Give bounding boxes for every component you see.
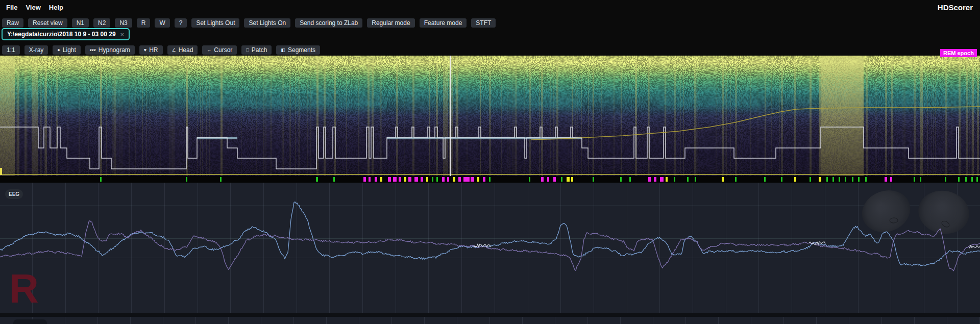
spectrogram-hypnogram-plot[interactable]: [0, 56, 980, 176]
regular-mode-button[interactable]: Regular mode: [367, 18, 414, 28]
close-icon[interactable]: ×: [120, 31, 125, 38]
view-toolbar: 1:1 X-ray ●Light zzzHypnogram ♥HR ∠Head …: [2, 45, 320, 55]
menu-file[interactable]: File: [6, 4, 17, 11]
eeg-trace-plot[interactable]: [0, 183, 980, 313]
main-toolbar: Raw Reset view N1 N2 N3 R W ? Set Lights…: [2, 18, 496, 28]
next-channel-panel: [0, 317, 980, 324]
zzz-icon: zzz: [90, 45, 96, 55]
score-rem-button[interactable]: R: [137, 18, 151, 28]
panel-divider: [0, 313, 980, 317]
square-icon: □: [246, 45, 249, 55]
stft-button[interactable]: STFT: [471, 18, 496, 28]
send-scoring-button[interactable]: Send scoring to ZLab: [295, 18, 362, 28]
hypnogram-button[interactable]: zzzHypnogram: [85, 45, 135, 55]
event-segment-bar[interactable]: [0, 176, 980, 183]
segments-button[interactable]: ◧Segments: [276, 45, 320, 55]
half-square-icon: ◧: [281, 45, 285, 55]
eeg-channel-label: EEG: [5, 189, 23, 199]
heart-icon: ♥: [144, 45, 146, 55]
menu-help[interactable]: Help: [49, 4, 63, 11]
reset-view-button[interactable]: Reset view: [28, 18, 67, 28]
set-lights-on-button[interactable]: Set Lights On: [244, 18, 290, 28]
xray-button[interactable]: X-ray: [24, 45, 48, 55]
score-n2-button[interactable]: N2: [93, 18, 110, 28]
app-title: HDScorer: [938, 3, 973, 12]
raw-button[interactable]: Raw: [2, 18, 23, 28]
set-lights-out-button[interactable]: Set Lights Out: [191, 18, 239, 28]
feature-mode-button[interactable]: Feature mode: [420, 18, 467, 28]
recording-path: Y:\eegdata\curzio\2018 10 9 - 03 00 29: [7, 31, 116, 38]
score-n3-button[interactable]: N3: [115, 18, 132, 28]
hdscorer-window: File View Help HDScorer Raw Reset view N…: [0, 0, 980, 324]
cursor-button[interactable]: ↔Cursor: [202, 45, 237, 55]
one-to-one-button[interactable]: 1:1: [2, 45, 20, 55]
menu-bar: File View Help: [0, 0, 980, 14]
menu-view[interactable]: View: [26, 4, 40, 11]
head-button[interactable]: ∠Head: [167, 45, 198, 55]
score-n1-button[interactable]: N1: [72, 18, 89, 28]
score-unknown-button[interactable]: ?: [175, 18, 187, 28]
next-channel-label: [13, 319, 47, 324]
hr-button[interactable]: ♥HR: [139, 45, 163, 55]
recording-tab[interactable]: Y:\eegdata\curzio\2018 10 9 - 03 00 29 ×: [2, 28, 130, 40]
patch-button[interactable]: □Patch: [241, 45, 272, 55]
epoch-stage-badge: REM epoch: [940, 49, 977, 57]
arrows-icon: ↔: [207, 45, 211, 55]
angle-icon: ∠: [172, 45, 176, 55]
rem-watermark: R: [9, 268, 39, 309]
light-button[interactable]: ●Light: [53, 45, 80, 55]
bulb-icon: ●: [57, 45, 60, 55]
score-wake-button[interactable]: W: [155, 18, 169, 28]
